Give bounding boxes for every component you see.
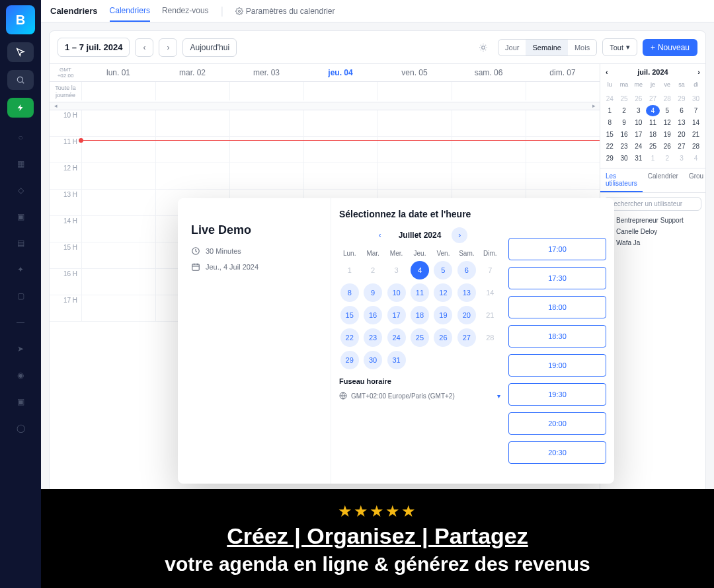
view-day[interactable]: Jour bbox=[498, 40, 526, 55]
mini-prev[interactable]: ‹ bbox=[606, 68, 608, 76]
mini-day[interactable]: 23 bbox=[617, 141, 631, 152]
mini-day[interactable]: 24 bbox=[603, 93, 617, 104]
day-header[interactable]: jeu. 04 bbox=[303, 64, 377, 81]
hour-cell[interactable] bbox=[81, 190, 155, 215]
mini-day[interactable]: 16 bbox=[617, 129, 631, 140]
hour-cell[interactable] bbox=[526, 110, 600, 136]
mini-day[interactable]: 21 bbox=[689, 129, 703, 140]
tab-calendars[interactable]: Calendriers bbox=[110, 1, 150, 22]
user-row[interactable]: Wafa Ja bbox=[600, 237, 705, 248]
hour-cell[interactable] bbox=[452, 163, 526, 189]
picker-day[interactable]: 11 bbox=[411, 283, 429, 302]
today-button[interactable]: Aujourd'hui bbox=[182, 38, 237, 57]
time-slot[interactable]: 19:30 bbox=[508, 383, 606, 406]
picker-day[interactable]: 16 bbox=[364, 306, 382, 324]
mini-day[interactable]: 13 bbox=[675, 117, 689, 128]
time-slot[interactable]: 18:30 bbox=[508, 325, 606, 348]
mini-day[interactable]: 4 bbox=[689, 153, 703, 164]
rail-icon-6[interactable]: ✦ bbox=[14, 263, 27, 276]
picker-day[interactable]: 8 bbox=[340, 283, 359, 302]
picker-day[interactable]: 13 bbox=[457, 283, 476, 302]
mini-day[interactable]: 24 bbox=[631, 141, 645, 152]
hour-cell[interactable] bbox=[81, 216, 155, 242]
time-slot[interactable]: 20:00 bbox=[508, 412, 606, 435]
picker-day[interactable]: 18 bbox=[411, 306, 429, 324]
day-header[interactable]: sam. 06 bbox=[452, 64, 526, 81]
time-slot[interactable]: 17:00 bbox=[508, 238, 606, 260]
scroll-right[interactable]: ▸ bbox=[588, 102, 600, 110]
hour-cell[interactable] bbox=[81, 269, 155, 295]
mini-day[interactable]: 28 bbox=[660, 93, 674, 104]
picker-day[interactable]: 30 bbox=[364, 351, 382, 369]
mini-day[interactable]: 27 bbox=[646, 93, 660, 104]
picker-day[interactable]: 24 bbox=[387, 328, 406, 347]
day-header[interactable]: lun. 01 bbox=[81, 64, 155, 81]
mini-day[interactable]: 19 bbox=[660, 129, 674, 140]
user-row[interactable]: Canelle Deloy bbox=[600, 226, 705, 237]
mini-day[interactable]: 25 bbox=[646, 141, 660, 152]
mini-day[interactable]: 26 bbox=[631, 93, 645, 104]
mini-day[interactable]: 1 bbox=[603, 105, 617, 116]
rail-icon-4[interactable]: ▣ bbox=[14, 210, 27, 223]
day-header[interactable]: dim. 07 bbox=[526, 64, 600, 81]
search-user-input[interactable]: Rechercher un utilisateur bbox=[604, 197, 701, 211]
mini-day[interactable]: 18 bbox=[646, 129, 660, 140]
side-tab-users[interactable]: Les utilisateurs bbox=[600, 168, 643, 192]
mini-day[interactable]: 1 bbox=[646, 153, 660, 164]
mini-day[interactable]: 3 bbox=[631, 105, 645, 116]
picker-prev[interactable]: ‹ bbox=[372, 227, 388, 243]
mini-day[interactable]: 10 bbox=[631, 117, 645, 128]
picker-next[interactable]: › bbox=[452, 227, 467, 243]
time-slot[interactable]: 19:00 bbox=[508, 354, 606, 377]
tab-appointments[interactable]: Rendez-vous bbox=[162, 1, 209, 22]
picker-day[interactable]: 2 bbox=[364, 261, 382, 279]
hour-cell[interactable] bbox=[155, 163, 229, 189]
hour-cell[interactable] bbox=[377, 163, 452, 189]
mini-next[interactable]: › bbox=[697, 68, 700, 76]
picker-day[interactable]: 1 bbox=[340, 261, 359, 279]
picker-day[interactable]: 7 bbox=[481, 261, 499, 279]
mini-day[interactable]: 7 bbox=[689, 105, 703, 116]
new-button[interactable]: + Nouveau bbox=[643, 39, 697, 56]
rail-icon-11[interactable]: ▣ bbox=[14, 395, 27, 408]
prev-week-button[interactable]: ‹ bbox=[135, 38, 153, 57]
picker-day[interactable]: 20 bbox=[457, 306, 476, 324]
picker-day[interactable]: 9 bbox=[364, 283, 382, 302]
time-slot[interactable]: 20:30 bbox=[508, 441, 606, 464]
mini-day[interactable]: 26 bbox=[660, 141, 674, 152]
day-header[interactable]: mar. 02 bbox=[155, 64, 229, 81]
filter-all[interactable]: Tout ▾ bbox=[602, 38, 637, 56]
rail-search-button[interactable] bbox=[7, 70, 34, 90]
hour-cell[interactable] bbox=[81, 163, 155, 189]
mini-day[interactable]: 20 bbox=[675, 129, 689, 140]
hour-cell[interactable] bbox=[377, 110, 452, 136]
tz-select[interactable]: GMT+02:00 Europe/Paris (GMT+2) ▾ bbox=[339, 389, 500, 402]
mini-day[interactable]: 11 bbox=[646, 117, 660, 128]
mini-day[interactable]: 25 bbox=[617, 93, 631, 104]
user-row[interactable]: Bentrepreneur Support bbox=[600, 215, 705, 226]
next-week-button[interactable]: › bbox=[159, 38, 177, 57]
mini-day[interactable]: 12 bbox=[660, 117, 674, 128]
picker-day[interactable]: 28 bbox=[481, 328, 499, 347]
rail-bolt-button[interactable] bbox=[7, 98, 34, 118]
hour-cell[interactable] bbox=[303, 110, 377, 136]
hour-cell[interactable] bbox=[81, 295, 155, 321]
mini-day[interactable]: 9 bbox=[617, 117, 631, 128]
picker-day[interactable]: 23 bbox=[364, 328, 382, 347]
mini-day[interactable]: 17 bbox=[631, 129, 645, 140]
hour-cell[interactable] bbox=[229, 110, 303, 136]
picker-day[interactable]: 3 bbox=[387, 261, 406, 279]
mini-day[interactable]: 2 bbox=[617, 105, 631, 116]
mini-day[interactable]: 8 bbox=[603, 117, 617, 128]
calendar-settings-link[interactable]: Paramètres du calendrier bbox=[235, 7, 335, 16]
mini-day[interactable]: 2 bbox=[660, 153, 674, 164]
picker-day[interactable]: 15 bbox=[340, 306, 359, 324]
picker-day[interactable]: 12 bbox=[434, 283, 452, 302]
mini-day[interactable]: 14 bbox=[689, 117, 703, 128]
mini-day[interactable]: 27 bbox=[675, 141, 689, 152]
mini-day[interactable]: 30 bbox=[617, 153, 631, 164]
hour-cell[interactable] bbox=[155, 110, 229, 136]
mini-day[interactable]: 6 bbox=[675, 105, 689, 116]
mini-day[interactable]: 3 bbox=[675, 153, 689, 164]
picker-day[interactable]: 14 bbox=[481, 283, 499, 302]
